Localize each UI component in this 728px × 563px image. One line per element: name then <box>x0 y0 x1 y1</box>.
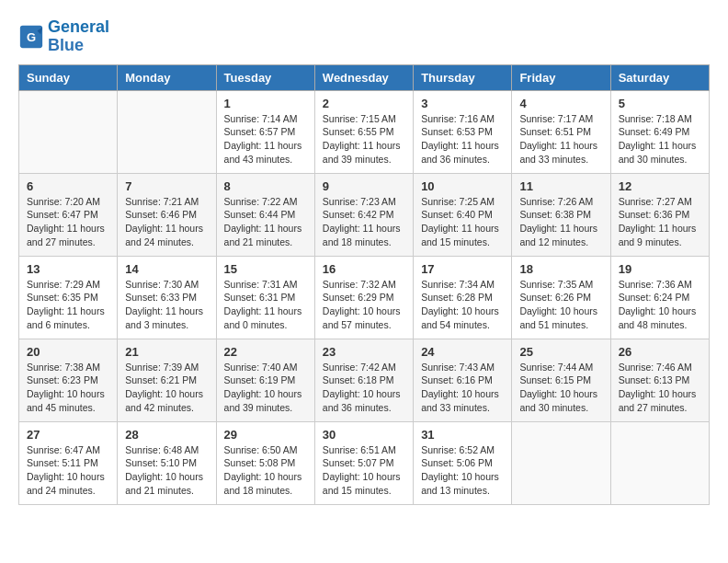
day-info: Sunrise: 6:47 AM Sunset: 5:11 PM Dayligh… <box>27 443 109 498</box>
day-info: Sunrise: 7:29 AM Sunset: 6:35 PM Dayligh… <box>27 278 109 332</box>
day-number: 25 <box>519 345 602 359</box>
day-cell: 28Sunrise: 6:48 AM Sunset: 5:10 PM Dayli… <box>118 421 216 504</box>
column-header-wednesday: Wednesday <box>314 64 413 90</box>
day-cell <box>512 421 610 504</box>
day-cell: 5Sunrise: 7:18 AM Sunset: 6:49 PM Daylig… <box>610 90 709 173</box>
day-cell: 30Sunrise: 6:51 AM Sunset: 5:07 PM Dayli… <box>314 421 413 504</box>
day-cell: 26Sunrise: 7:46 AM Sunset: 6:13 PM Dayli… <box>610 339 709 421</box>
day-cell: 17Sunrise: 7:34 AM Sunset: 6:28 PM Dayli… <box>414 256 512 339</box>
day-info: Sunrise: 7:39 AM Sunset: 6:21 PM Dayligh… <box>125 361 208 415</box>
day-number: 27 <box>27 428 109 442</box>
day-number: 17 <box>421 262 504 276</box>
day-number: 7 <box>125 179 208 193</box>
day-info: Sunrise: 7:17 AM Sunset: 6:51 PM Dayligh… <box>519 112 602 167</box>
day-info: Sunrise: 7:20 AM Sunset: 6:47 PM Dayligh… <box>27 195 109 249</box>
day-info: Sunrise: 7:21 AM Sunset: 6:46 PM Dayligh… <box>125 195 208 249</box>
day-info: Sunrise: 7:16 AM Sunset: 6:53 PM Dayligh… <box>421 112 504 167</box>
day-cell: 22Sunrise: 7:40 AM Sunset: 6:19 PM Dayli… <box>216 339 314 421</box>
day-number: 6 <box>27 179 109 193</box>
day-cell: 21Sunrise: 7:39 AM Sunset: 6:21 PM Dayli… <box>118 339 216 421</box>
day-number: 19 <box>619 262 701 276</box>
day-cell: 14Sunrise: 7:30 AM Sunset: 6:33 PM Dayli… <box>118 256 216 339</box>
logo-icon: G <box>18 24 44 50</box>
day-info: Sunrise: 7:31 AM Sunset: 6:31 PM Dayligh… <box>224 278 307 332</box>
day-number: 23 <box>323 345 405 359</box>
day-number: 24 <box>421 345 504 359</box>
column-header-sunday: Sunday <box>19 64 118 90</box>
day-cell: 27Sunrise: 6:47 AM Sunset: 5:11 PM Dayli… <box>19 421 118 504</box>
day-number: 21 <box>125 345 208 359</box>
day-number: 13 <box>27 262 109 276</box>
day-cell: 23Sunrise: 7:42 AM Sunset: 6:18 PM Dayli… <box>314 339 413 421</box>
day-cell: 7Sunrise: 7:21 AM Sunset: 6:46 PM Daylig… <box>118 173 216 256</box>
day-number: 20 <box>27 345 109 359</box>
day-cell: 16Sunrise: 7:32 AM Sunset: 6:29 PM Dayli… <box>314 256 413 339</box>
week-row-2: 6Sunrise: 7:20 AM Sunset: 6:47 PM Daylig… <box>19 173 710 256</box>
day-info: Sunrise: 7:46 AM Sunset: 6:13 PM Dayligh… <box>619 361 701 415</box>
day-cell: 6Sunrise: 7:20 AM Sunset: 6:47 PM Daylig… <box>19 173 118 256</box>
day-info: Sunrise: 7:23 AM Sunset: 6:42 PM Dayligh… <box>323 195 405 249</box>
day-info: Sunrise: 7:25 AM Sunset: 6:40 PM Dayligh… <box>421 195 504 249</box>
day-number: 8 <box>224 179 307 193</box>
day-number: 14 <box>125 262 208 276</box>
day-cell: 19Sunrise: 7:36 AM Sunset: 6:24 PM Dayli… <box>610 256 709 339</box>
day-number: 9 <box>323 179 405 193</box>
svg-text:G: G <box>27 29 36 43</box>
day-number: 28 <box>125 428 208 442</box>
day-info: Sunrise: 6:52 AM Sunset: 5:06 PM Dayligh… <box>421 443 504 498</box>
day-info: Sunrise: 7:44 AM Sunset: 6:15 PM Dayligh… <box>519 361 602 415</box>
day-number: 31 <box>421 428 504 442</box>
day-cell: 2Sunrise: 7:15 AM Sunset: 6:55 PM Daylig… <box>314 90 413 173</box>
page-header: G General Blue <box>18 18 710 55</box>
day-cell: 24Sunrise: 7:43 AM Sunset: 6:16 PM Dayli… <box>414 339 512 421</box>
day-cell: 20Sunrise: 7:38 AM Sunset: 6:23 PM Dayli… <box>19 339 118 421</box>
day-info: Sunrise: 7:15 AM Sunset: 6:55 PM Dayligh… <box>323 112 405 167</box>
day-number: 12 <box>619 179 701 193</box>
day-cell <box>118 90 216 173</box>
week-row-1: 1Sunrise: 7:14 AM Sunset: 6:57 PM Daylig… <box>19 90 710 173</box>
day-number: 4 <box>519 97 602 110</box>
logo: G General Blue <box>18 18 109 55</box>
day-number: 15 <box>224 262 307 276</box>
day-cell: 4Sunrise: 7:17 AM Sunset: 6:51 PM Daylig… <box>512 90 610 173</box>
day-cell: 18Sunrise: 7:35 AM Sunset: 6:26 PM Dayli… <box>512 256 610 339</box>
day-number: 1 <box>224 97 307 110</box>
day-cell: 13Sunrise: 7:29 AM Sunset: 6:35 PM Dayli… <box>19 256 118 339</box>
day-number: 26 <box>619 345 701 359</box>
column-header-friday: Friday <box>512 64 610 90</box>
day-info: Sunrise: 7:27 AM Sunset: 6:36 PM Dayligh… <box>619 195 701 249</box>
day-number: 29 <box>224 428 307 442</box>
day-cell <box>19 90 118 173</box>
day-info: Sunrise: 6:48 AM Sunset: 5:10 PM Dayligh… <box>125 443 208 498</box>
day-cell: 11Sunrise: 7:26 AM Sunset: 6:38 PM Dayli… <box>512 173 610 256</box>
calendar-table: SundayMondayTuesdayWednesdayThursdayFrid… <box>18 64 710 505</box>
day-info: Sunrise: 7:40 AM Sunset: 6:19 PM Dayligh… <box>224 361 307 415</box>
day-cell: 31Sunrise: 6:52 AM Sunset: 5:06 PM Dayli… <box>414 421 512 504</box>
week-row-3: 13Sunrise: 7:29 AM Sunset: 6:35 PM Dayli… <box>19 256 710 339</box>
column-header-monday: Monday <box>118 64 216 90</box>
day-info: Sunrise: 7:22 AM Sunset: 6:44 PM Dayligh… <box>224 195 307 249</box>
header-row: SundayMondayTuesdayWednesdayThursdayFrid… <box>19 64 710 90</box>
day-number: 10 <box>421 179 504 193</box>
day-info: Sunrise: 7:34 AM Sunset: 6:28 PM Dayligh… <box>421 278 504 332</box>
day-cell: 1Sunrise: 7:14 AM Sunset: 6:57 PM Daylig… <box>216 90 314 173</box>
day-info: Sunrise: 7:26 AM Sunset: 6:38 PM Dayligh… <box>519 195 602 249</box>
day-info: Sunrise: 7:30 AM Sunset: 6:33 PM Dayligh… <box>125 278 208 332</box>
column-header-saturday: Saturday <box>610 64 709 90</box>
day-info: Sunrise: 7:14 AM Sunset: 6:57 PM Dayligh… <box>224 112 307 167</box>
day-number: 18 <box>519 262 602 276</box>
day-info: Sunrise: 7:36 AM Sunset: 6:24 PM Dayligh… <box>619 278 701 332</box>
day-cell: 10Sunrise: 7:25 AM Sunset: 6:40 PM Dayli… <box>414 173 512 256</box>
day-cell: 9Sunrise: 7:23 AM Sunset: 6:42 PM Daylig… <box>314 173 413 256</box>
column-header-thursday: Thursday <box>414 64 512 90</box>
day-info: Sunrise: 7:18 AM Sunset: 6:49 PM Dayligh… <box>619 112 701 167</box>
day-number: 3 <box>421 97 504 110</box>
day-cell: 12Sunrise: 7:27 AM Sunset: 6:36 PM Dayli… <box>610 173 709 256</box>
day-cell: 25Sunrise: 7:44 AM Sunset: 6:15 PM Dayli… <box>512 339 610 421</box>
day-number: 30 <box>323 428 405 442</box>
day-info: Sunrise: 6:50 AM Sunset: 5:08 PM Dayligh… <box>224 443 307 498</box>
day-info: Sunrise: 7:43 AM Sunset: 6:16 PM Dayligh… <box>421 361 504 415</box>
day-info: Sunrise: 7:42 AM Sunset: 6:18 PM Dayligh… <box>323 361 405 415</box>
day-cell: 15Sunrise: 7:31 AM Sunset: 6:31 PM Dayli… <box>216 256 314 339</box>
logo-text: General Blue <box>48 18 109 55</box>
